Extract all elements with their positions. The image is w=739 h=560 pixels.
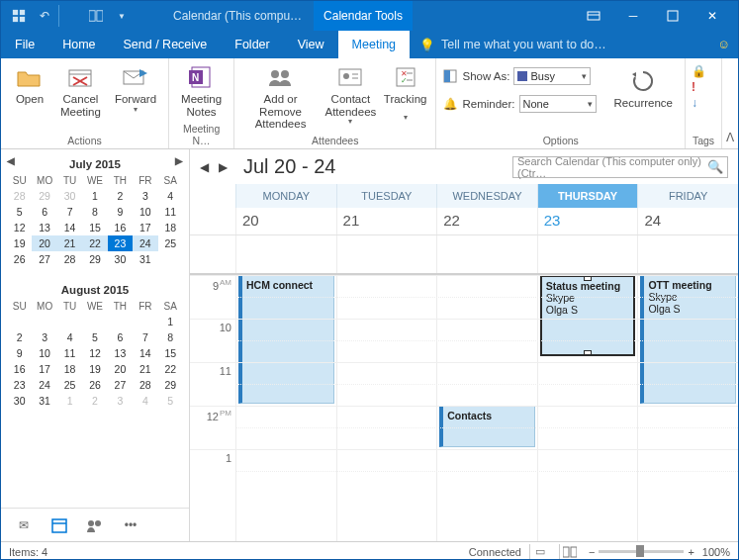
mini-day[interactable] — [82, 314, 107, 329]
zoom-in-icon[interactable]: + — [688, 546, 693, 558]
mini-day[interactable]: 28 — [133, 377, 157, 393]
date-header[interactable]: 21 — [336, 208, 437, 234]
mini-day[interactable]: 5 — [82, 329, 107, 345]
mini-day[interactable]: 11 — [158, 204, 183, 220]
meeting-notes-button[interactable]: N Meeting Notes — [175, 61, 228, 120]
mini-day[interactable]: 2 — [108, 188, 133, 204]
contextual-tab[interactable]: Calendar Tools — [314, 1, 413, 31]
event-status-meeting[interactable]: Status meetingSkypeOlga S — [540, 275, 636, 356]
forward-button[interactable]: Forward ▾ — [109, 61, 162, 116]
mini-day[interactable]: 3 — [108, 393, 133, 409]
allday-cell[interactable] — [537, 235, 638, 273]
nav-more-icon[interactable]: ••• — [122, 516, 139, 534]
mini-day[interactable]: 4 — [158, 188, 183, 204]
mini-day[interactable]: 27 — [108, 377, 133, 393]
event-contacts[interactable]: Contacts — [439, 406, 535, 447]
mini-day[interactable]: 3 — [32, 329, 56, 345]
mini-day[interactable]: 22 — [82, 235, 107, 251]
mini-day[interactable]: 5 — [158, 393, 183, 409]
mini-day[interactable]: 1 — [57, 393, 82, 409]
show-as-dropdown[interactable]: Busy▾ — [513, 67, 591, 85]
mini-day[interactable] — [32, 314, 56, 329]
mini-day[interactable]: 13 — [32, 220, 56, 235]
view-normal-icon[interactable]: ▭ — [529, 544, 551, 560]
tracking-button[interactable]: ✕✓ Tracking▾ — [381, 61, 430, 125]
nav-people-icon[interactable] — [86, 516, 104, 534]
mini-day[interactable]: 18 — [57, 361, 82, 377]
menu-home[interactable]: Home — [48, 31, 109, 58]
maximize-button[interactable] — [653, 1, 693, 31]
mini-day[interactable]: 20 — [108, 361, 133, 377]
mini-day[interactable]: 28 — [7, 188, 32, 204]
mini-day[interactable]: 23 — [7, 377, 32, 393]
mini-day[interactable]: 17 — [32, 361, 56, 377]
mini-day[interactable]: 18 — [158, 220, 183, 235]
menu-file[interactable]: File — [1, 31, 48, 58]
qat-dropdown-icon[interactable]: ▼ — [110, 5, 134, 27]
cal-next-icon[interactable]: ▶ — [219, 160, 228, 174]
mini-day[interactable]: 10 — [133, 204, 157, 220]
menu-send-receive[interactable]: Send / Receive — [110, 31, 222, 58]
ribbon-collapse-icon[interactable]: ᐱ — [722, 58, 738, 148]
day-header[interactable]: WEDNESDAY — [436, 184, 537, 208]
mini-day[interactable]: 4 — [57, 329, 82, 345]
allday-cell[interactable] — [336, 235, 437, 273]
menu-view[interactable]: View — [284, 31, 338, 58]
zoom-out-icon[interactable]: − — [589, 546, 595, 558]
mini-day[interactable]: 25 — [57, 377, 82, 393]
mini-day[interactable]: 21 — [57, 235, 82, 251]
mini-prev-icon[interactable]: ◀ — [7, 155, 15, 166]
mini-day[interactable] — [158, 251, 183, 267]
qat-app-icon[interactable] — [7, 5, 31, 27]
calendar-search-input[interactable]: Search Calendar (This computer only) (Ct… — [512, 156, 728, 178]
mini-next-icon[interactable]: ▶ — [175, 155, 183, 166]
mini-day[interactable]: 10 — [32, 345, 56, 361]
mini-day[interactable]: 24 — [133, 235, 157, 251]
zoom-slider[interactable]: − + — [589, 546, 694, 558]
mini-day[interactable]: 9 — [7, 345, 32, 361]
cancel-meeting-button[interactable]: Cancel Meeting — [54, 61, 107, 120]
mini-day[interactable]: 5 — [7, 204, 32, 220]
mini-day[interactable]: 29 — [158, 377, 183, 393]
date-header[interactable]: 22 — [436, 208, 537, 234]
mini-day[interactable]: 2 — [82, 393, 107, 409]
mini-day[interactable]: 7 — [133, 329, 157, 345]
mini-day[interactable]: 30 — [7, 393, 32, 409]
mini-day[interactable]: 29 — [32, 188, 56, 204]
importance-high-icon[interactable]: ! — [692, 80, 695, 94]
mini-day[interactable]: 16 — [7, 361, 32, 377]
nav-mail-icon[interactable]: ✉ — [15, 516, 33, 534]
contact-attendees-button[interactable]: Contact Attendees ▾ — [323, 61, 379, 129]
mini-day[interactable]: 25 — [158, 235, 183, 251]
day-header[interactable]: THURSDAY — [537, 184, 638, 208]
mini-day[interactable]: 3 — [133, 188, 157, 204]
mini-day[interactable]: 13 — [108, 345, 133, 361]
day-column[interactable]: Contacts — [436, 275, 537, 541]
minimize-button[interactable]: ─ — [613, 1, 653, 31]
mini-day[interactable]: 30 — [57, 188, 82, 204]
mini-day[interactable] — [7, 314, 32, 329]
undo-icon[interactable]: ↶ — [33, 5, 56, 27]
view-reading-icon[interactable] — [559, 544, 581, 560]
allday-cell[interactable] — [637, 235, 738, 273]
lock-icon[interactable]: 🔒 — [692, 64, 706, 78]
mini-day[interactable]: 12 — [82, 345, 107, 361]
cal-prev-icon[interactable]: ◀ — [200, 160, 209, 174]
mini-day[interactable] — [133, 314, 157, 329]
day-header[interactable]: TUESDAY — [336, 184, 437, 208]
mini-day[interactable]: 6 — [32, 204, 56, 220]
feedback-smiley-icon[interactable]: ☺ — [710, 31, 738, 58]
nav-calendar-icon[interactable] — [50, 516, 68, 534]
mini-day[interactable]: 31 — [32, 393, 56, 409]
mini-day[interactable]: 7 — [57, 204, 82, 220]
allday-cell[interactable] — [436, 235, 537, 273]
mini-day[interactable]: 17 — [133, 220, 157, 235]
mini-day[interactable]: 24 — [32, 377, 56, 393]
day-header[interactable]: FRIDAY — [637, 184, 738, 208]
mini-day[interactable]: 4 — [133, 393, 157, 409]
mini-day[interactable]: 31 — [133, 251, 157, 267]
day-column[interactable]: HCM connect — [235, 275, 336, 541]
day-header[interactable]: MONDAY — [235, 184, 336, 208]
mini-day[interactable]: 8 — [158, 329, 183, 345]
mini-day[interactable]: 22 — [158, 361, 183, 377]
